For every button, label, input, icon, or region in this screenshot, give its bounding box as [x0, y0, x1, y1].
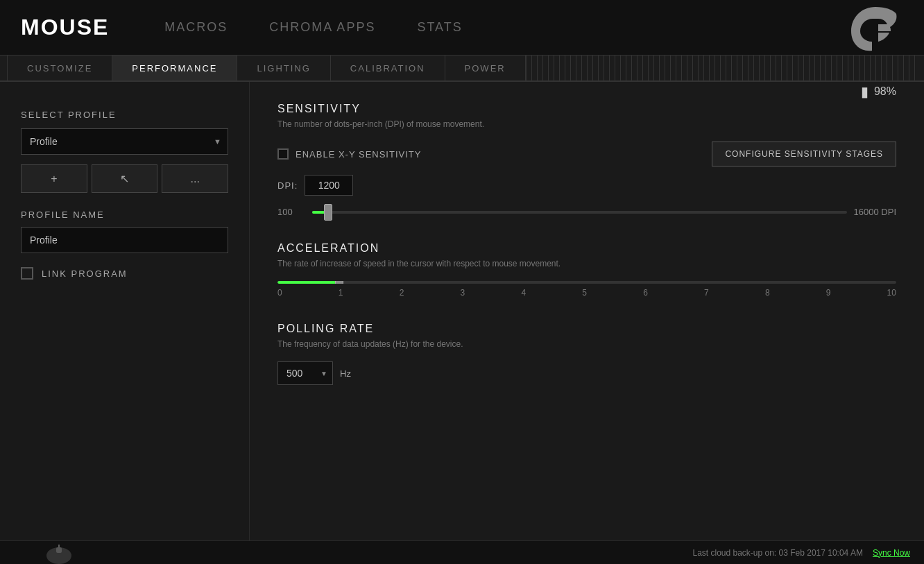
subnav-dots-decoration: [526, 55, 917, 80]
link-program-label: LINK PROGRAM: [42, 268, 128, 279]
content-area: ▮ 98% SENSITIVITY The number of dots-per…: [250, 82, 924, 540]
cursor-icon: ↖: [120, 173, 129, 185]
bottom-bar: Last cloud back-up on: 03 Feb 2017 10:04…: [0, 540, 924, 564]
polling-rate-section: POLLING RATE The frequency of data updat…: [277, 323, 896, 385]
polling-rate-dropdown-wrapper: 125 500 1000: [277, 361, 333, 385]
dpi-slider-min: 100: [277, 207, 305, 217]
select-profile-label: SELECT PROFILE: [21, 110, 228, 120]
sync-now-button[interactable]: Sync Now: [873, 548, 910, 558]
top-navigation: MOUSE MACROS CHROMA APPS STATS: [0, 0, 924, 55]
polling-rate-title: POLLING RATE: [277, 323, 896, 335]
dpi-row: DPI: 1200: [277, 175, 896, 196]
enable-xy-row: ENABLE X-Y SENSITIVITY: [277, 148, 421, 160]
profile-name-input[interactable]: [21, 227, 228, 253]
enable-xy-checkbox[interactable]: [277, 148, 289, 160]
mouse-device-icon: [42, 540, 76, 564]
razer-logo: [848, 3, 903, 52]
app-title: MOUSE: [21, 15, 109, 40]
dpi-slider-row: 100 16000 DPI: [277, 207, 896, 217]
top-nav-chroma-apps[interactable]: CHROMA APPS: [269, 17, 375, 38]
polling-rate-controls: 125 500 1000 Hz: [277, 361, 896, 385]
main-layout: SELECT PROFILE Profile + ↖ ... PROFILE N…: [0, 82, 924, 540]
subnav-performance[interactable]: PERFORMANCE: [112, 55, 237, 80]
battery-icon: ▮: [861, 83, 869, 100]
dpi-slider-max: 16000 DPI: [854, 207, 896, 217]
subnav-customize[interactable]: CUSTOMIZE: [7, 55, 112, 80]
polling-rate-description: The frequency of data updates (Hz) for t…: [277, 339, 896, 349]
dpi-slider-track-container: [312, 211, 847, 214]
sensitivity-section: SENSITIVITY The number of dots-per-inch …: [277, 103, 896, 217]
link-program-row: LINK PROGRAM: [21, 267, 228, 280]
configure-sensitivity-button[interactable]: CONFIGURE SENSITIVITY STAGES: [712, 142, 896, 166]
dpi-label: DPI:: [277, 180, 298, 191]
profile-buttons: + ↖ ...: [21, 164, 228, 193]
hz-label: Hz: [340, 368, 351, 379]
subnav-power[interactable]: POWER: [445, 55, 526, 80]
subnav-calibration[interactable]: CALIBRATION: [331, 55, 445, 80]
add-profile-button[interactable]: +: [21, 164, 87, 193]
acceleration-description: The rate of increase of speed in the cur…: [277, 259, 896, 268]
mouse-icon-area: [42, 540, 76, 564]
subnav-lighting[interactable]: LIGHTING: [237, 55, 330, 80]
polling-rate-dropdown[interactable]: 125 500 1000: [277, 361, 333, 385]
svg-rect-1: [56, 547, 62, 553]
profile-name-label: PROFILE NAME: [21, 210, 228, 220]
profile-dropdown-wrapper: Profile: [21, 128, 228, 155]
top-nav-macros[interactable]: MACROS: [164, 17, 228, 38]
top-nav-stats[interactable]: STATS: [417, 17, 462, 38]
battery-indicator: ▮ 98%: [861, 83, 896, 100]
profile-dropdown[interactable]: Profile: [21, 128, 228, 155]
sidebar: SELECT PROFILE Profile + ↖ ... PROFILE N…: [0, 82, 250, 540]
sub-navigation: CUSTOMIZE PERFORMANCE LIGHTING CALIBRATI…: [0, 55, 924, 82]
dpi-value: 1200: [305, 175, 353, 196]
enable-xy-label: ENABLE X-Y SENSITIVITY: [296, 149, 421, 160]
edit-profile-button[interactable]: ↖: [92, 164, 158, 193]
acceleration-section: ACCELERATION The rate of increase of spe…: [277, 242, 896, 298]
sensitivity-description: The number of dots-per-inch (DPI) of mou…: [277, 119, 896, 129]
top-nav-items: MACROS CHROMA APPS STATS: [164, 17, 848, 38]
link-program-checkbox[interactable]: [21, 267, 33, 280]
battery-percent: 98%: [874, 85, 896, 98]
cloud-backup-text: Last cloud back-up on: 03 Feb 2017 10:04…: [692, 548, 863, 558]
more-options-button[interactable]: ...: [162, 164, 228, 193]
accel-slider-container: [277, 281, 896, 284]
acceleration-title: ACCELERATION: [277, 242, 896, 255]
sensitivity-title: SENSITIVITY: [277, 103, 896, 115]
